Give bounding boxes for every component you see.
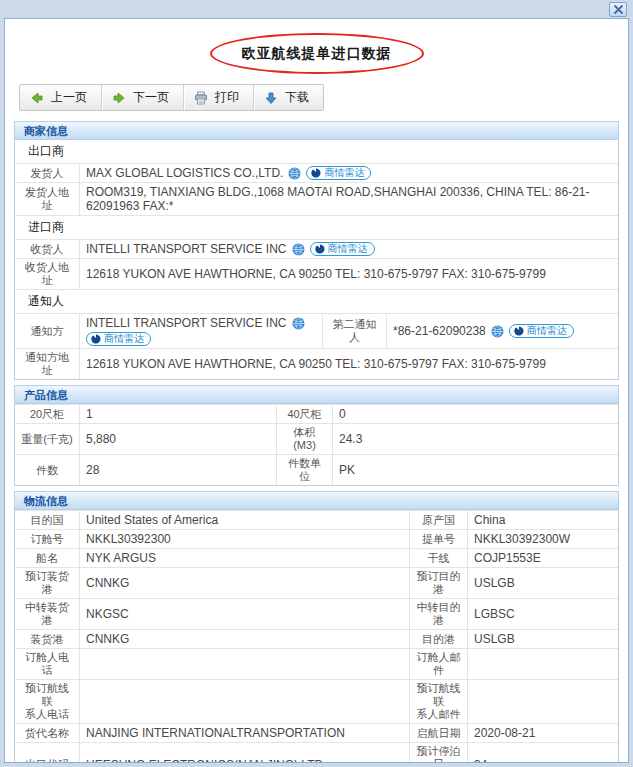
consignee-value: INTELLI TRANSPORT SERVICE INC (86, 242, 287, 256)
table-row: 发货人 MAX GLOBAL LOGISTICS CO.,LTD. 商情雷达 (15, 163, 618, 182)
print-label: 打印 (215, 89, 239, 106)
section-logistics-header: 物流信息 (14, 491, 619, 510)
radar-badge-label: 商情雷达 (104, 333, 144, 345)
field-value: 1 (79, 405, 276, 423)
radar-icon (311, 168, 321, 178)
consignee-address-label: 收货人地址 (15, 259, 79, 289)
dialog-content: 欧亚航线提单进口数据 上一页 下一页 (4, 18, 629, 763)
field-label: 体积(M3) (276, 424, 332, 454)
table-row: 重量(千克) 5,880 体积(M3) 24.3 (15, 423, 618, 454)
field-label: 船名 (15, 549, 79, 567)
table-row: 预订装货港 CNNKG 预订目的港 USLGB (15, 567, 618, 598)
field-value: LGBSC (467, 599, 618, 629)
dialog-window: 欧亚航线提单进口数据 上一页 下一页 (0, 0, 633, 767)
globe-icon[interactable] (491, 325, 504, 338)
next-page-button[interactable]: 下一页 (101, 85, 183, 110)
table-row: 件数 28 件数单位 PK (15, 454, 618, 485)
field-label: 提单号 (409, 530, 467, 548)
field-value (79, 649, 409, 679)
shipper-value: MAX GLOBAL LOGISTICS CO.,LTD. (86, 166, 283, 180)
radar-icon (315, 244, 325, 254)
shipper-label: 发货人 (15, 164, 79, 182)
globe-icon[interactable] (288, 167, 301, 180)
field-value: 2020-08-21 (467, 724, 618, 742)
table-row: 通知人 (15, 289, 618, 313)
arrow-down-icon (264, 91, 278, 105)
notify-address-value: 12618 YUKON AVE HAWTHORNE, CA 90250 TEL:… (86, 357, 546, 371)
field-label: 目的港 (409, 630, 467, 648)
field-label: 件数单位 (276, 455, 332, 485)
table-row: 出口商 (15, 140, 618, 163)
globe-icon[interactable] (292, 243, 305, 256)
second-notify-label: 第二通知人 (322, 314, 386, 348)
table-row: 出口代码 HEESUNG ELECTRONICS(NAN JING) LTD. … (15, 742, 618, 763)
section-merchant: 商家信息 出口商 发货人 MAX GLOBAL LOGISTICS CO.,LT… (14, 121, 619, 380)
field-value: China (467, 511, 618, 529)
field-value: CNNKG (79, 568, 409, 598)
radar-badge-label: 商情雷达 (527, 325, 567, 337)
toolbar: 上一页 下一页 打印 (19, 84, 324, 111)
field-label: 预订目的港 (409, 568, 467, 598)
field-value: United States of America (79, 511, 409, 529)
section-product: 产品信息 20尺柜 1 40尺柜 0 重量(千克) 5,880 体积(M3) (14, 385, 619, 486)
business-radar-badge[interactable]: 商情雷达 (509, 324, 574, 338)
table-row: 订舱号 NKKL30392300 提单号 NKKL30392300W (15, 529, 618, 548)
field-label: 预订航线联 系人电话 (15, 680, 79, 723)
highlight-ellipse: 欧亚航线提单进口数据 (210, 33, 424, 74)
field-label: 出口代码 (15, 743, 79, 763)
section-merchant-header: 商家信息 (14, 121, 619, 140)
field-value (467, 680, 618, 723)
field-value: NKKL30392300W (467, 530, 618, 548)
globe-icon[interactable] (292, 317, 305, 330)
notify-value: INTELLI TRANSPORT SERVICE INC (86, 316, 287, 330)
radar-badge-label: 商情雷达 (328, 243, 368, 255)
field-value: USLGB (467, 568, 618, 598)
table-row: 货代名称 NANJING INTERNATIONALTRANSPORTATION… (15, 723, 618, 742)
field-value: 28 (79, 455, 276, 485)
field-label: 订舱号 (15, 530, 79, 548)
table-row: 装货港 CNNKG 目的港 USLGB (15, 629, 618, 648)
download-button[interactable]: 下载 (253, 85, 323, 110)
second-notify-value: *86-21-62090238 (393, 324, 486, 338)
close-button[interactable] (609, 2, 627, 17)
printer-icon (194, 91, 208, 105)
field-value: 0 (332, 405, 618, 423)
table-row: 收货人地址 12618 YUKON AVE HAWTHORNE, CA 9025… (15, 258, 618, 289)
section-logistics: 物流信息 目的国 United States of America 原产国 Ch… (14, 491, 619, 763)
field-value: NYK ARGUS (79, 549, 409, 567)
print-button[interactable]: 打印 (183, 85, 253, 110)
prev-page-button[interactable]: 上一页 (20, 85, 101, 110)
notify-address-label: 通知方地址 (15, 349, 79, 379)
field-label: 预订航线联 系人邮件 (409, 680, 467, 723)
section-product-header: 产品信息 (14, 385, 619, 404)
download-label: 下载 (285, 89, 309, 106)
notify-subheader: 通知人 (15, 290, 618, 313)
business-radar-badge[interactable]: 商情雷达 (306, 166, 371, 180)
table-row: 船名 NYK ARGUS 干线 COJP1553E (15, 548, 618, 567)
field-value: NANJING INTERNATIONALTRANSPORTATION (79, 724, 409, 742)
table-row: 通知方地址 12618 YUKON AVE HAWTHORNE, CA 9025… (15, 348, 618, 379)
radar-icon (514, 326, 524, 336)
prev-page-label: 上一页 (51, 89, 87, 106)
field-label: 目的国 (15, 511, 79, 529)
field-label: 件数 (15, 455, 79, 485)
close-icon (614, 5, 623, 14)
field-value: 24.3 (332, 424, 618, 454)
title-area: 欧亚航线提单进口数据 (14, 33, 619, 74)
field-label: 中转装货港 (15, 599, 79, 629)
business-radar-badge[interactable]: 商情雷达 (310, 242, 375, 256)
field-label: 原产国 (409, 511, 467, 529)
field-label: 干线 (409, 549, 467, 567)
business-radar-badge[interactable]: 商情雷达 (86, 332, 151, 346)
next-page-label: 下一页 (133, 89, 169, 106)
table-row: 发货人地址 ROOM319, TIANXIANG BLDG.,1068 MAOT… (15, 182, 618, 215)
field-label: 预订装货港 (15, 568, 79, 598)
field-label: 预计停泊日 期 (409, 743, 467, 763)
table-row: 20尺柜 1 40尺柜 0 (15, 404, 618, 423)
table-row: 中转装货港 NKGSC 中转目的港 LGBSC (15, 598, 618, 629)
field-label: 货代名称 (15, 724, 79, 742)
field-value: HEESUNG ELECTRONICS(NAN JING) LTD. (79, 743, 409, 763)
field-value: CNNKG (79, 630, 409, 648)
shipper-address-value: ROOM319, TIANXIANG BLDG.,1068 MAOTAI ROA… (86, 185, 612, 213)
field-label: 40尺柜 (276, 405, 332, 423)
